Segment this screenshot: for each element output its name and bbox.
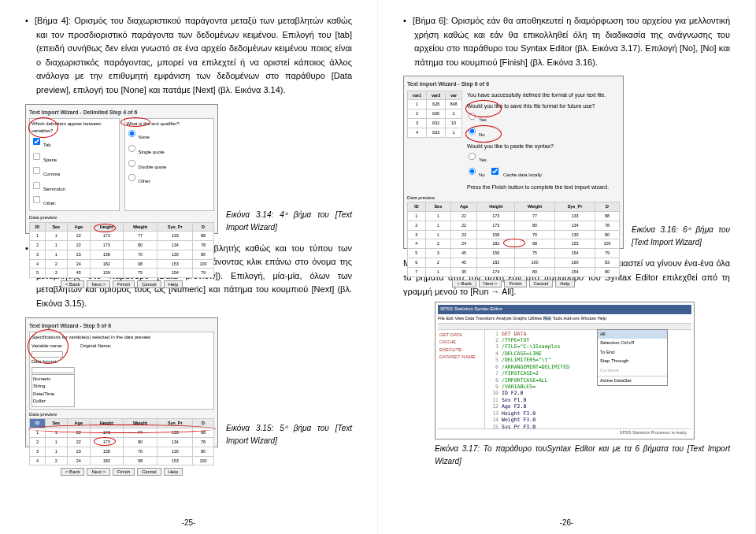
preview-table-6: IDSexAgeHeightWeightSys_PrD 112217377133…: [407, 202, 620, 276]
page-right: [Βήμα 6]: Ορισμός εάν θα αποθηκευτεί η δ…: [378, 0, 756, 534]
status-bar: SPSS Statistics Processor is ready: [438, 428, 691, 436]
run-menu-dropdown[interactable]: All Selection Ctrl+R To End Step Through…: [597, 329, 668, 387]
caption-3-15: Εικόνα 3.15: 5ᵒ βήμα του [Text Import Wi…: [226, 422, 352, 447]
syntax-editor-screenshot: SPSS Statistics Syntax Editor File Edit …: [435, 302, 695, 439]
figure-3-16: Text Import Wizard - Step 6 of 6 var1var…: [403, 76, 730, 249]
caption-3-16: Εικόνα 3.16: 6ᵒ βήμα του [Text Import Wi…: [632, 224, 730, 249]
wizard-step6-screenshot: Text Import Wizard - Step 6 of 6 var1var…: [403, 76, 624, 249]
page-number-right: -26-: [560, 517, 574, 529]
editor-menubar[interactable]: File Edit View Data Transform Analyze Gr…: [438, 314, 691, 324]
wizard-step4-screenshot: Text Import Wizard - Delimited Step 4 of…: [25, 104, 218, 234]
preview-table-5: IDSexAgeHeightWeightSys_PrD 112217377133…: [29, 418, 214, 465]
varname-input[interactable]: [32, 351, 63, 358]
finish-button[interactable]: Finish: [113, 280, 135, 288]
caption-3-14: Εικόνα 3.14: 4ᵒ βήμα του [Text Import Wi…: [226, 209, 352, 234]
back-button[interactable]: < Back: [61, 280, 85, 288]
page-left: [Βήμα 4]: Ορισμός του διαχωριστικού παρά…: [0, 0, 378, 534]
next-button[interactable]: Next >: [87, 280, 110, 288]
figure-3-14: Text Import Wizard - Delimited Step 4 of…: [25, 104, 352, 234]
cancel-button[interactable]: Cancel: [137, 280, 161, 288]
preview-table: IDSexAgeHeightWeightSys_PrD 112217377133…: [29, 222, 214, 279]
caption-3-17: Εικόνα 3.17: Το παράθυρο τουSyntax Edito…: [435, 443, 730, 468]
step6-text: [Βήμα 6]: Ορισμός εάν θα αποθηκευτεί η δ…: [414, 14, 730, 69]
wizard-step5-screenshot: Text Import Wizard - Step 5 of 6 Specifi…: [25, 317, 218, 447]
step4-text: [Βήμα 4]: Ορισμός του διαχωριστικού παρά…: [36, 14, 352, 98]
figure-3-15: Text Import Wizard - Step 5 of 6 Specifi…: [25, 317, 352, 447]
help-button[interactable]: Help: [164, 280, 183, 288]
format-select[interactable]: [32, 367, 75, 373]
chk-tab[interactable]: Tab: [32, 135, 117, 150]
page-number-left: -25-: [182, 517, 196, 529]
